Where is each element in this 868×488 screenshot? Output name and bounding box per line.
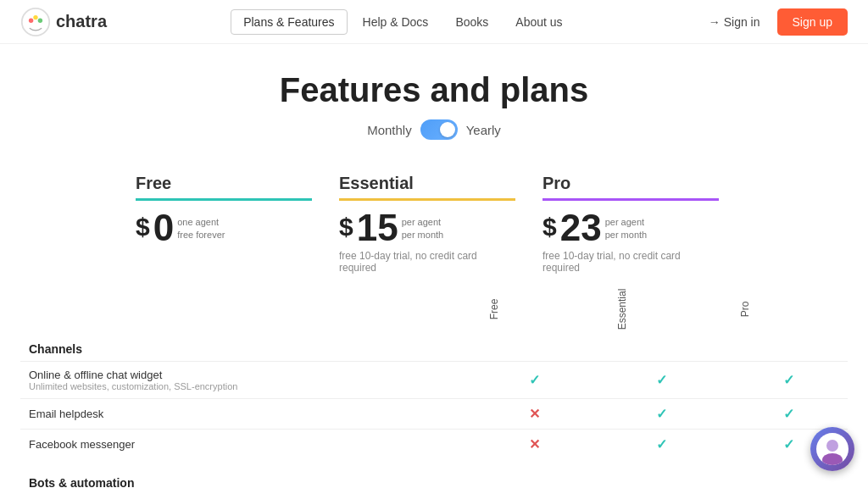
hero-section: Features and plans Monthly Yearly <box>0 44 868 157</box>
feature-name: Online & offline chat widget <box>29 369 467 381</box>
feature-essential-check: ✓ <box>593 399 729 430</box>
check-yes-icon: ✓ <box>529 373 540 387</box>
table-row: Facebook messenger✕✓✓ <box>20 430 848 460</box>
plan-essential: Essential $ 15 per agent per month free … <box>326 174 529 287</box>
nav-books[interactable]: Books <box>443 10 500 34</box>
plan-free-name: Free <box>136 174 312 201</box>
plan-pro-price: $ 23 per agent per month <box>542 209 719 247</box>
check-yes-icon: ✓ <box>783 407 794 421</box>
plan-essential-sub2: per month <box>402 229 444 241</box>
feature-essential-check: ✓ <box>593 362 729 399</box>
plan-free-dollar: $ <box>136 213 150 241</box>
logo-text: chatra <box>56 12 107 31</box>
plan-pro-amount: 23 <box>560 209 602 247</box>
page-title: Features and plans <box>0 71 868 109</box>
feature-free-check: ✕ <box>476 430 594 460</box>
feature-pro-check: ✓ <box>729 399 848 430</box>
svg-point-0 <box>22 8 49 35</box>
plan-pro-trial: free 10-day trial, no credit card requir… <box>542 250 719 274</box>
plan-pro: Pro $ 23 per agent per month free 10-day… <box>529 174 732 287</box>
check-yes-icon: ✓ <box>656 373 667 387</box>
col-header-pro: Pro <box>729 296 848 325</box>
plan-pro-sub2: per month <box>605 229 648 241</box>
svg-point-1 <box>29 18 33 22</box>
check-yes-icon: ✓ <box>783 437 794 452</box>
signin-label: Sign in <box>724 15 760 29</box>
billing-monthly-label: Monthly <box>367 123 412 137</box>
signin-arrow-icon: → <box>709 15 721 29</box>
plan-essential-trial: free 10-day trial, no credit card requir… <box>339 250 515 274</box>
plan-pro-sub1: per agent <box>605 216 648 229</box>
plan-essential-dollar: $ <box>339 213 353 241</box>
check-yes-icon: ✓ <box>656 407 667 421</box>
feature-name: Email helpdesk <box>29 408 467 420</box>
check-no-icon: ✕ <box>529 437 540 452</box>
section-header-0: Channels <box>20 325 848 362</box>
feature-free-check: ✕ <box>476 399 594 430</box>
feature-essential-check: ✓ <box>593 430 729 460</box>
feature-free-check: ✓ <box>476 362 594 399</box>
plan-free-amount: 0 <box>153 209 174 247</box>
plan-free: Free $ 0 one agent free forever <box>136 174 326 287</box>
navbar: chatra Plans & Features Help & Docs Book… <box>0 0 868 44</box>
plan-free-sub1: one agent <box>177 216 225 229</box>
plan-essential-name: Essential <box>339 174 515 201</box>
table-row: Online & offline chat widgetUnlimited we… <box>20 362 848 399</box>
section-header-1: Bots & automation <box>20 459 848 488</box>
signin-button[interactable]: → Sign in <box>698 10 771 34</box>
billing-yearly-label: Yearly <box>466 123 501 137</box>
feature-pro-check: ✓ <box>729 362 848 399</box>
fab-avatar <box>816 433 849 465</box>
plan-free-meta: one agent free forever <box>177 216 225 242</box>
nav-about-us[interactable]: About us <box>504 10 574 34</box>
svg-point-4 <box>826 440 838 452</box>
plan-free-sub2: free forever <box>177 229 225 241</box>
section-title: Bots & automation <box>20 459 848 488</box>
plan-essential-sub1: per agent <box>402 216 444 229</box>
nav-plans-features[interactable]: Plans & Features <box>231 9 347 35</box>
table-row: Email helpdesk✕✓✓ <box>20 399 848 430</box>
plan-essential-amount: 15 <box>357 209 398 247</box>
billing-toggle-row: Monthly Yearly <box>0 119 868 140</box>
feature-name-cell: Online & offline chat widgetUnlimited we… <box>20 362 476 399</box>
feature-name: Facebook messenger <box>29 438 467 451</box>
plan-essential-price: $ 15 per agent per month <box>339 209 515 247</box>
feature-section: Free Essential Pro ChannelsOnline & offl… <box>0 296 868 488</box>
chat-fab[interactable] <box>810 427 854 471</box>
section-title: Channels <box>20 325 848 362</box>
plan-pro-dollar: $ <box>542 213 557 241</box>
col-header-free: Free <box>476 296 594 325</box>
pricing-cards: Free $ 0 one agent free forever Essentia… <box>0 157 868 296</box>
plan-pro-meta: per agent per month <box>605 216 648 242</box>
nav-help-docs[interactable]: Help & Docs <box>351 10 441 34</box>
feature-table: Free Essential Pro ChannelsOnline & offl… <box>20 296 848 488</box>
nav-actions: → Sign in Sign up <box>698 8 848 36</box>
col-essential-label: Essential <box>617 289 629 330</box>
feature-name-cell: Facebook messenger <box>20 430 476 460</box>
check-no-icon: ✕ <box>529 407 540 421</box>
feature-sub: Unlimited websites, customization, SSL-e… <box>29 381 467 391</box>
svg-point-3 <box>38 18 42 22</box>
plan-free-price: $ 0 one agent free forever <box>136 209 312 247</box>
nav-links: Plans & Features Help & Docs Books About… <box>231 9 574 35</box>
svg-point-5 <box>822 453 843 465</box>
billing-toggle[interactable] <box>420 119 458 140</box>
col-header-essential: Essential <box>593 296 729 325</box>
plan-pro-name: Pro <box>542 174 719 201</box>
logo[interactable]: chatra <box>20 7 107 37</box>
col-free-label: Free <box>488 299 500 320</box>
check-yes-icon: ✓ <box>656 437 667 452</box>
feature-name-cell: Email helpdesk <box>20 399 476 430</box>
check-yes-icon: ✓ <box>783 373 794 387</box>
svg-point-2 <box>33 14 37 19</box>
col-pro-label: Pro <box>740 302 752 318</box>
signup-button[interactable]: Sign up <box>777 8 848 36</box>
plan-essential-meta: per agent per month <box>402 216 444 242</box>
